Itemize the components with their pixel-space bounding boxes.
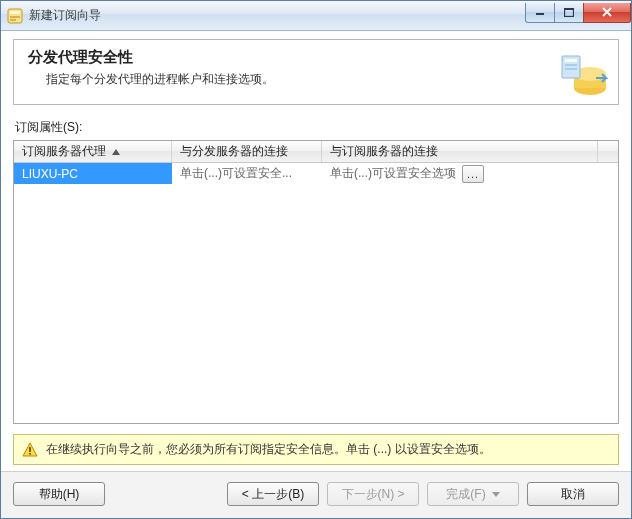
svg-rect-11 [565, 59, 577, 62]
wizard-footer: 帮助(H) < 上一步(B) 下一步(N) > 完成(F) 取消 [1, 471, 631, 518]
cell-agent[interactable]: LIUXU-PC [14, 163, 172, 184]
svg-rect-6 [564, 8, 574, 10]
warning-text: 在继续执行向导之前，您必须为所有订阅指定安全信息。单击 (...) 以设置安全选… [46, 441, 491, 458]
cancel-button[interactable]: 取消 [527, 482, 619, 506]
svg-rect-12 [565, 64, 577, 66]
window-controls [526, 3, 631, 23]
column-header-label: 订阅服务器代理 [22, 143, 106, 160]
finish-button: 完成(F) [427, 482, 519, 506]
column-header-label: 与分发服务器的连接 [180, 143, 288, 160]
svg-rect-13 [565, 68, 577, 70]
app-icon [7, 8, 23, 24]
wizard-header: 分发代理安全性 指定每个分发代理的进程帐户和连接选项。 [13, 39, 619, 105]
minimize-button[interactable] [525, 3, 555, 23]
table-header: 订阅服务器代理 与分发服务器的连接 与订阅服务器的连接 [14, 141, 618, 163]
table-body: LIUXU-PC 单击(...)可设置安全... 单击(...)可设置安全选项 … [14, 163, 618, 184]
titlebar[interactable]: 新建订阅向导 [1, 1, 631, 31]
column-header-distributor[interactable]: 与分发服务器的连接 [172, 141, 322, 162]
svg-rect-1 [10, 11, 20, 14]
wizard-window: 新建订阅向导 分发代理安全性 指定每个分发代理的进程帐户和连接选项。 [0, 0, 632, 519]
svg-rect-15 [29, 453, 31, 455]
table-label: 订阅属性(S): [15, 119, 617, 136]
cell-distributor-connection[interactable]: 单击(...)可设置安全... [172, 163, 322, 184]
maximize-button[interactable] [554, 3, 584, 23]
finish-label: 完成(F) [446, 486, 485, 503]
back-button[interactable]: < 上一步(B) [227, 482, 319, 506]
column-header-tail [598, 141, 618, 162]
window-title: 新建订阅向导 [29, 7, 526, 24]
page-title: 分发代理安全性 [28, 48, 548, 67]
content-area: 分发代理安全性 指定每个分发代理的进程帐户和连接选项。 订阅属性(S): [1, 31, 631, 471]
svg-rect-2 [10, 16, 20, 18]
replication-icon [556, 48, 608, 100]
warning-banner: 在继续执行向导之前，您必须为所有订阅指定安全信息。单击 (...) 以设置安全选… [13, 434, 619, 465]
column-header-subscriber[interactable]: 与订阅服务器的连接 [322, 141, 598, 162]
cell-subscriber-connection[interactable]: 单击(...)可设置安全选项 ... [322, 163, 618, 185]
chevron-down-icon [492, 492, 500, 497]
warning-icon [22, 442, 38, 458]
subscription-table: 订阅服务器代理 与分发服务器的连接 与订阅服务器的连接 LIUXU-PC 单击(… [13, 140, 619, 424]
column-header-label: 与订阅服务器的连接 [330, 143, 438, 160]
sort-ascending-icon [112, 149, 120, 155]
column-header-agent[interactable]: 订阅服务器代理 [14, 141, 172, 162]
next-button: 下一步(N) > [327, 482, 419, 506]
svg-rect-4 [536, 13, 544, 15]
svg-rect-3 [10, 19, 16, 21]
help-button[interactable]: 帮助(H) [13, 482, 105, 506]
page-description: 指定每个分发代理的进程帐户和连接选项。 [46, 71, 548, 88]
table-row[interactable]: LIUXU-PC 单击(...)可设置安全... 单击(...)可设置安全选项 … [14, 163, 618, 184]
svg-rect-14 [29, 447, 31, 452]
close-button[interactable] [583, 3, 631, 23]
set-security-button[interactable]: ... [462, 165, 484, 183]
cell-text: 单击(...)可设置安全选项 [330, 165, 456, 182]
